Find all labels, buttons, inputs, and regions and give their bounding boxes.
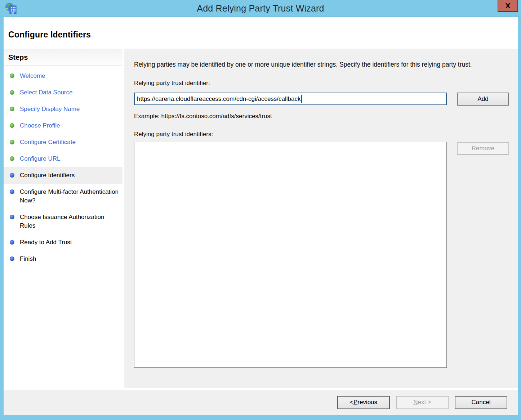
remove-button[interactable]: Remove: [457, 142, 509, 155]
next-button[interactable]: Next >: [396, 396, 449, 409]
close-button[interactable]: X: [498, 0, 518, 12]
step-item-select-data-source[interactable]: Select Data Source: [4, 84, 123, 101]
step-item-finish: Finish: [4, 251, 123, 267]
identifier-input-value: https://carena.cloudflareaccess.com/cdn-…: [137, 95, 300, 103]
step-item-choose-profile[interactable]: Choose Profile: [4, 117, 123, 134]
step-pending-dot-icon: [10, 173, 14, 178]
page-description: Relying parties may be identified by one…: [134, 60, 507, 70]
identifier-input[interactable]: https://carena.cloudflareaccess.com/cdn-…: [134, 93, 447, 105]
step-completed-dot-icon: [10, 156, 14, 161]
step-label: Select Data Source: [20, 88, 72, 97]
steps-sidebar: Steps WelcomeSelect Data SourceSpecify D…: [4, 49, 123, 388]
step-item-configure-multi-factor-authentication-now: Configure Multi-factor Authentication No…: [4, 184, 123, 209]
step-label: Choose Issuance Authorization Rules: [20, 213, 120, 230]
page-title: Configure Identifiers: [4, 17, 518, 40]
step-label: Configure URL: [20, 155, 60, 163]
add-button[interactable]: Add: [457, 93, 509, 106]
window-title: Add Relying Party Trust Wizard: [0, 0, 521, 17]
step-label: Ready to Add Trust: [20, 238, 72, 247]
step-item-welcome[interactable]: Welcome: [4, 68, 123, 84]
steps-heading: Steps: [4, 49, 123, 66]
step-pending-dot-icon: [10, 240, 14, 245]
identifier-field-label: Relying party trust identifier:: [134, 80, 509, 87]
step-item-specify-display-name[interactable]: Specify Display Name: [4, 101, 123, 117]
step-label: Specify Display Name: [20, 105, 80, 113]
step-completed-dot-icon: [10, 107, 14, 111]
step-completed-dot-icon: [10, 140, 14, 144]
identifiers-listbox[interactable]: [134, 142, 447, 368]
page-header: Configure Identifiers: [4, 17, 518, 49]
identifiers-list-label: Relying party trust identifiers:: [134, 131, 509, 138]
text-caret: [301, 95, 302, 103]
title-bar: Add Relying Party Trust Wizard X: [0, 0, 521, 17]
step-label: Configure Multi-factor Authentication No…: [20, 188, 120, 205]
previous-button[interactable]: < Previous: [337, 396, 390, 409]
step-label: Configure Certificate: [20, 138, 76, 147]
content-panel: Relying parties may be identified by one…: [124, 49, 518, 388]
step-label: Configure Identifiers: [20, 171, 75, 180]
step-pending-dot-icon: [10, 256, 14, 261]
step-item-ready-to-add-trust: Ready to Add Trust: [4, 234, 123, 251]
step-item-configure-url[interactable]: Configure URL: [4, 151, 123, 167]
step-pending-dot-icon: [10, 215, 14, 219]
step-item-configure-identifiers: Configure Identifiers: [4, 167, 123, 184]
steps-list: WelcomeSelect Data SourceSpecify Display…: [4, 66, 123, 267]
step-completed-dot-icon: [10, 73, 14, 78]
step-item-choose-issuance-authorization-rules: Choose Issuance Authorization Rules: [4, 209, 123, 234]
step-pending-dot-icon: [10, 189, 14, 194]
step-label: Finish: [20, 255, 36, 263]
cancel-button[interactable]: Cancel: [455, 396, 507, 409]
step-completed-dot-icon: [10, 123, 14, 128]
footer-button-bar: < Previous Next > Cancel: [4, 388, 518, 415]
example-text: Example: https://fs.contoso.com/adfs/ser…: [134, 113, 509, 120]
step-label: Welcome: [20, 72, 45, 80]
step-completed-dot-icon: [10, 90, 14, 95]
step-item-configure-certificate[interactable]: Configure Certificate: [4, 134, 123, 151]
wizard-dialog: Configure Identifiers Steps WelcomeSelec…: [4, 17, 518, 415]
step-label: Choose Profile: [20, 121, 60, 130]
